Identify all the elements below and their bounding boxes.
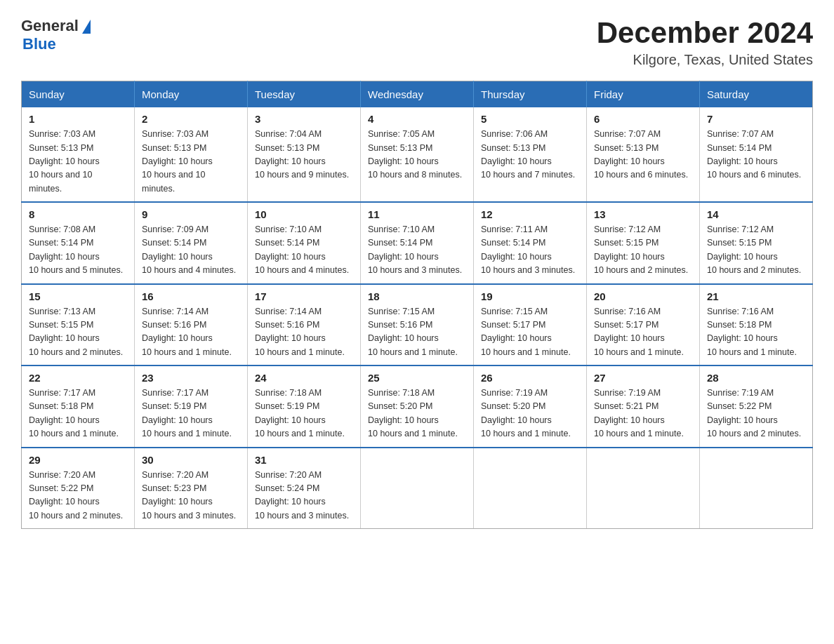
calendar-cell [700,448,813,529]
day-number: 6 [594,113,692,125]
calendar-cell: 24Sunrise: 7:18 AMSunset: 5:19 PMDayligh… [248,365,361,448]
calendar-cell: 3Sunrise: 7:04 AMSunset: 5:13 PMDaylight… [248,107,361,202]
day-info: Sunrise: 7:17 AMSunset: 5:18 PMDaylight:… [29,387,127,441]
calendar-cell: 4Sunrise: 7:05 AMSunset: 5:13 PMDaylight… [361,107,474,202]
calendar-week-row: 1Sunrise: 7:03 AMSunset: 5:13 PMDaylight… [22,107,813,202]
calendar-cell: 31Sunrise: 7:20 AMSunset: 5:24 PMDayligh… [248,448,361,529]
calendar-cell: 15Sunrise: 7:13 AMSunset: 5:15 PMDayligh… [22,284,135,366]
day-number: 26 [481,372,579,384]
day-info: Sunrise: 7:12 AMSunset: 5:15 PMDaylight:… [707,223,805,278]
day-number: 24 [255,372,353,384]
calendar-cell: 1Sunrise: 7:03 AMSunset: 5:13 PMDaylight… [22,107,135,202]
day-number: 25 [368,372,466,384]
calendar-week-row: 22Sunrise: 7:17 AMSunset: 5:18 PMDayligh… [22,365,813,448]
day-number: 13 [594,208,692,220]
calendar-cell: 6Sunrise: 7:07 AMSunset: 5:13 PMDaylight… [587,107,700,202]
calendar-cell [587,448,700,529]
day-info: Sunrise: 7:18 AMSunset: 5:20 PMDaylight:… [368,387,466,441]
day-number: 23 [142,372,240,384]
calendar-cell: 9Sunrise: 7:09 AMSunset: 5:14 PMDaylight… [135,202,248,284]
day-number: 14 [707,208,805,220]
day-info: Sunrise: 7:14 AMSunset: 5:16 PMDaylight:… [142,305,240,360]
day-info: Sunrise: 7:19 AMSunset: 5:22 PMDaylight:… [707,387,805,441]
calendar-cell: 27Sunrise: 7:19 AMSunset: 5:21 PMDayligh… [587,365,700,448]
day-info: Sunrise: 7:20 AMSunset: 5:24 PMDaylight:… [255,469,353,523]
header-tuesday: Tuesday [248,81,361,108]
day-number: 16 [142,290,240,302]
day-number: 1 [29,113,127,125]
calendar-cell: 5Sunrise: 7:06 AMSunset: 5:13 PMDaylight… [474,107,587,202]
calendar-cell: 11Sunrise: 7:10 AMSunset: 5:14 PMDayligh… [361,202,474,284]
title-block: December 2024 Kilgore, Texas, United Sta… [597,17,813,68]
page-subtitle: Kilgore, Texas, United States [597,52,813,68]
day-number: 22 [29,372,127,384]
calendar-cell: 26Sunrise: 7:19 AMSunset: 5:20 PMDayligh… [474,365,587,448]
calendar-cell: 12Sunrise: 7:11 AMSunset: 5:14 PMDayligh… [474,202,587,284]
day-info: Sunrise: 7:16 AMSunset: 5:18 PMDaylight:… [707,305,805,360]
day-info: Sunrise: 7:14 AMSunset: 5:16 PMDaylight:… [255,305,353,360]
day-info: Sunrise: 7:03 AMSunset: 5:13 PMDaylight:… [142,128,240,196]
day-info: Sunrise: 7:19 AMSunset: 5:20 PMDaylight:… [481,387,579,441]
calendar-week-row: 29Sunrise: 7:20 AMSunset: 5:22 PMDayligh… [22,448,813,529]
day-number: 12 [481,208,579,220]
day-info: Sunrise: 7:19 AMSunset: 5:21 PMDaylight:… [594,387,692,441]
calendar-week-row: 15Sunrise: 7:13 AMSunset: 5:15 PMDayligh… [22,284,813,366]
calendar-cell: 10Sunrise: 7:10 AMSunset: 5:14 PMDayligh… [248,202,361,284]
header-wednesday: Wednesday [361,81,474,108]
day-info: Sunrise: 7:10 AMSunset: 5:14 PMDaylight:… [368,223,466,278]
day-number: 7 [707,113,805,125]
day-number: 2 [142,113,240,125]
calendar-cell: 28Sunrise: 7:19 AMSunset: 5:22 PMDayligh… [700,365,813,448]
calendar-cell: 21Sunrise: 7:16 AMSunset: 5:18 PMDayligh… [700,284,813,366]
day-info: Sunrise: 7:20 AMSunset: 5:22 PMDaylight:… [29,469,127,523]
day-info: Sunrise: 7:20 AMSunset: 5:23 PMDaylight:… [142,469,240,523]
day-info: Sunrise: 7:07 AMSunset: 5:13 PMDaylight:… [594,128,692,182]
day-number: 17 [255,290,353,302]
calendar-header-row: SundayMondayTuesdayWednesdayThursdayFrid… [22,81,813,108]
day-number: 21 [707,290,805,302]
day-info: Sunrise: 7:05 AMSunset: 5:13 PMDaylight:… [368,128,466,182]
calendar-cell: 20Sunrise: 7:16 AMSunset: 5:17 PMDayligh… [587,284,700,366]
header-sunday: Sunday [22,81,135,108]
calendar-cell: 14Sunrise: 7:12 AMSunset: 5:15 PMDayligh… [700,202,813,284]
day-info: Sunrise: 7:04 AMSunset: 5:13 PMDaylight:… [255,128,353,182]
logo: General Blue [21,17,91,53]
day-info: Sunrise: 7:12 AMSunset: 5:15 PMDaylight:… [594,223,692,278]
day-number: 10 [255,208,353,220]
day-info: Sunrise: 7:09 AMSunset: 5:14 PMDaylight:… [142,223,240,278]
day-info: Sunrise: 7:15 AMSunset: 5:16 PMDaylight:… [368,305,466,360]
logo-triangle-icon [82,20,91,34]
day-number: 9 [142,208,240,220]
day-number: 11 [368,208,466,220]
calendar-cell: 29Sunrise: 7:20 AMSunset: 5:22 PMDayligh… [22,448,135,529]
day-number: 4 [368,113,466,125]
calendar-cell: 23Sunrise: 7:17 AMSunset: 5:19 PMDayligh… [135,365,248,448]
calendar-cell [474,448,587,529]
calendar-cell: 30Sunrise: 7:20 AMSunset: 5:23 PMDayligh… [135,448,248,529]
day-number: 8 [29,208,127,220]
page-title: December 2024 [597,17,813,49]
day-number: 19 [481,290,579,302]
calendar-cell: 18Sunrise: 7:15 AMSunset: 5:16 PMDayligh… [361,284,474,366]
day-number: 28 [707,372,805,384]
day-number: 27 [594,372,692,384]
day-number: 20 [594,290,692,302]
day-info: Sunrise: 7:03 AMSunset: 5:13 PMDaylight:… [29,128,127,196]
day-number: 3 [255,113,353,125]
day-number: 30 [142,454,240,466]
calendar-table: SundayMondayTuesdayWednesdayThursdayFrid… [21,81,813,529]
day-info: Sunrise: 7:18 AMSunset: 5:19 PMDaylight:… [255,387,353,441]
day-number: 31 [255,454,353,466]
day-number: 18 [368,290,466,302]
page-header: General Blue December 2024 Kilgore, Texa… [21,17,813,68]
day-info: Sunrise: 7:07 AMSunset: 5:14 PMDaylight:… [707,128,805,182]
calendar-week-row: 8Sunrise: 7:08 AMSunset: 5:14 PMDaylight… [22,202,813,284]
calendar-cell [361,448,474,529]
calendar-cell: 8Sunrise: 7:08 AMSunset: 5:14 PMDaylight… [22,202,135,284]
day-info: Sunrise: 7:13 AMSunset: 5:15 PMDaylight:… [29,305,127,360]
header-monday: Monday [135,81,248,108]
calendar-cell: 25Sunrise: 7:18 AMSunset: 5:20 PMDayligh… [361,365,474,448]
day-info: Sunrise: 7:16 AMSunset: 5:17 PMDaylight:… [594,305,692,360]
calendar-cell: 7Sunrise: 7:07 AMSunset: 5:14 PMDaylight… [700,107,813,202]
day-info: Sunrise: 7:10 AMSunset: 5:14 PMDaylight:… [255,223,353,278]
